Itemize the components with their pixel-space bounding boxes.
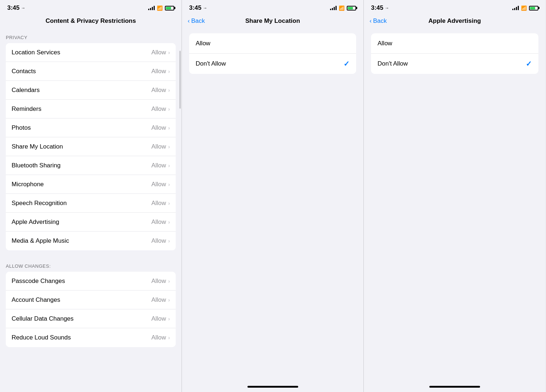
row-media-music[interactable]: Media & Apple Music Allow ›	[6, 232, 176, 250]
chevron-contacts: ›	[168, 68, 170, 74]
checkmark-3: ✓	[526, 59, 532, 68]
value-apple-advertising: Allow	[151, 218, 166, 226]
label-photos: Photos	[12, 124, 31, 132]
nav-bar-3: ‹ Back Apple Advertising	[364, 14, 546, 29]
label-share-location: Share My Location	[12, 143, 63, 150]
content-area-3: Allow Don't Allow ✓	[364, 29, 546, 383]
option-dont-allow-label-2: Don't Allow	[196, 60, 226, 67]
row-location-services[interactable]: Location Services Allow ›	[6, 43, 176, 62]
chevron-microphone: ›	[168, 182, 170, 187]
option-dont-allow-2[interactable]: Don't Allow ✓	[189, 54, 356, 74]
row-contacts[interactable]: Contacts Allow ›	[6, 62, 176, 81]
label-passcode-changes: Passcode Changes	[12, 278, 65, 285]
row-microphone[interactable]: Microphone Allow ›	[6, 175, 176, 194]
battery-icon-2	[347, 6, 356, 11]
value-contacts: Allow	[151, 68, 166, 75]
scrollbar-track-1[interactable]	[179, 43, 181, 385]
label-calendars: Calendars	[12, 87, 40, 94]
privacy-settings-group: Location Services Allow › Contacts Allow…	[6, 43, 176, 250]
value-location-services: Allow	[151, 49, 166, 56]
label-reminders: Reminders	[12, 105, 41, 113]
status-bar-1: 3:45 → 📶	[0, 0, 182, 14]
chevron-apple-advertising: ›	[168, 219, 170, 225]
row-photos[interactable]: Photos Allow ›	[6, 118, 176, 137]
value-share-location: Allow	[151, 143, 166, 150]
option-allow-label-3: Allow	[378, 40, 392, 47]
chevron-photos: ›	[168, 125, 170, 131]
row-bluetooth[interactable]: Bluetooth Sharing Allow ›	[6, 156, 176, 175]
back-button-3[interactable]: ‹ Back	[370, 17, 387, 25]
option-allow-2[interactable]: Allow	[189, 33, 356, 54]
chevron-bluetooth: ›	[168, 163, 170, 168]
value-cellular-changes: Allow	[151, 315, 166, 322]
label-contacts: Contacts	[12, 68, 36, 75]
option-dont-allow-label-3: Don't Allow	[378, 60, 408, 67]
chevron-calendars: ›	[168, 87, 170, 93]
back-label-2: Back	[191, 17, 205, 25]
status-time-2: 3:45 →	[189, 4, 207, 12]
panel-apple-advertising: 3:45 → 📶 ‹ Back Apple Advertising	[364, 0, 546, 392]
allow-changes-group: Passcode Changes Allow › Account Changes…	[6, 272, 176, 347]
nav-title-1: Content & Privacy Restrictions	[46, 17, 136, 25]
row-calendars[interactable]: Calendars Allow ›	[6, 81, 176, 100]
label-reduce-loud: Reduce Loud Sounds	[12, 334, 71, 341]
label-speech: Speech Recognition	[12, 200, 67, 207]
back-button-2[interactable]: ‹ Back	[188, 17, 205, 25]
signal-icon-3	[512, 6, 519, 10]
option-allow-3[interactable]: Allow	[371, 33, 538, 54]
label-media-music: Media & Apple Music	[12, 237, 69, 245]
row-share-location[interactable]: Share My Location Allow ›	[6, 137, 176, 156]
status-icons-3: 📶	[512, 5, 538, 11]
option-dont-allow-3[interactable]: Don't Allow ✓	[371, 54, 538, 74]
row-speech[interactable]: Speech Recognition Allow ›	[6, 194, 176, 213]
value-calendars: Allow	[151, 87, 166, 94]
chevron-speech: ›	[168, 200, 170, 206]
checkmark-2: ✓	[343, 59, 350, 68]
status-bar-2: 3:45 → 📶	[182, 0, 363, 14]
label-bluetooth: Bluetooth Sharing	[12, 162, 61, 169]
row-apple-advertising[interactable]: Apple Advertising Allow ›	[6, 213, 176, 232]
chevron-location-services: ›	[168, 50, 170, 55]
row-right-location: Allow ›	[151, 49, 170, 56]
status-time-3: 3:45 →	[371, 4, 389, 12]
row-account-changes[interactable]: Account Changes Allow ›	[6, 291, 176, 309]
time-display-3: 3:45	[371, 4, 383, 12]
time-display-2: 3:45	[189, 4, 201, 12]
row-cellular-changes[interactable]: Cellular Data Changes Allow ›	[6, 309, 176, 328]
row-reduce-loud[interactable]: Reduce Loud Sounds Allow ›	[6, 328, 176, 347]
nav-bar-2: ‹ Back Share My Location	[182, 14, 363, 29]
location-icon-2: →	[203, 5, 207, 11]
status-time-1: 3:45 →	[7, 4, 25, 12]
wifi-icon-1: 📶	[157, 5, 163, 11]
chevron-reminders: ›	[168, 106, 170, 112]
nav-bar-1: Content & Privacy Restrictions	[0, 14, 182, 29]
option-allow-label-2: Allow	[196, 40, 211, 47]
chevron-media-music: ›	[168, 238, 170, 244]
row-passcode-changes[interactable]: Passcode Changes Allow ›	[6, 272, 176, 291]
battery-icon-3	[529, 6, 538, 11]
value-speech: Allow	[151, 200, 166, 207]
option-group-3: Allow Don't Allow ✓	[371, 33, 538, 74]
content-area-2: Allow Don't Allow ✓	[182, 29, 363, 383]
scrollbar-thumb-1[interactable]	[179, 51, 181, 109]
wifi-icon-2: 📶	[339, 5, 345, 11]
option-group-2: Allow Don't Allow ✓	[189, 33, 356, 74]
section-header-privacy: PRIVACY	[0, 29, 182, 43]
status-bar-3: 3:45 → 📶	[364, 0, 546, 14]
back-arrow-2: ‹	[188, 17, 190, 25]
battery-icon-1	[165, 6, 174, 11]
status-icons-2: 📶	[330, 5, 356, 11]
label-microphone: Microphone	[12, 181, 44, 188]
back-arrow-3: ‹	[370, 17, 372, 25]
label-apple-advertising: Apple Advertising	[12, 218, 59, 226]
chevron-reduce-loud: ›	[168, 335, 170, 341]
label-location-services: Location Services	[12, 49, 60, 56]
value-microphone: Allow	[151, 181, 166, 188]
value-bluetooth: Allow	[151, 162, 166, 169]
content-area-1[interactable]: PRIVACY Location Services Allow › Contac…	[0, 29, 182, 392]
location-icon-3: →	[385, 5, 389, 11]
section-header-allow-changes: ALLOW CHANGES:	[0, 258, 182, 272]
row-reminders[interactable]: Reminders Allow ›	[6, 100, 176, 118]
nav-title-2: Share My Location	[245, 17, 300, 25]
signal-icon-2	[330, 6, 337, 10]
